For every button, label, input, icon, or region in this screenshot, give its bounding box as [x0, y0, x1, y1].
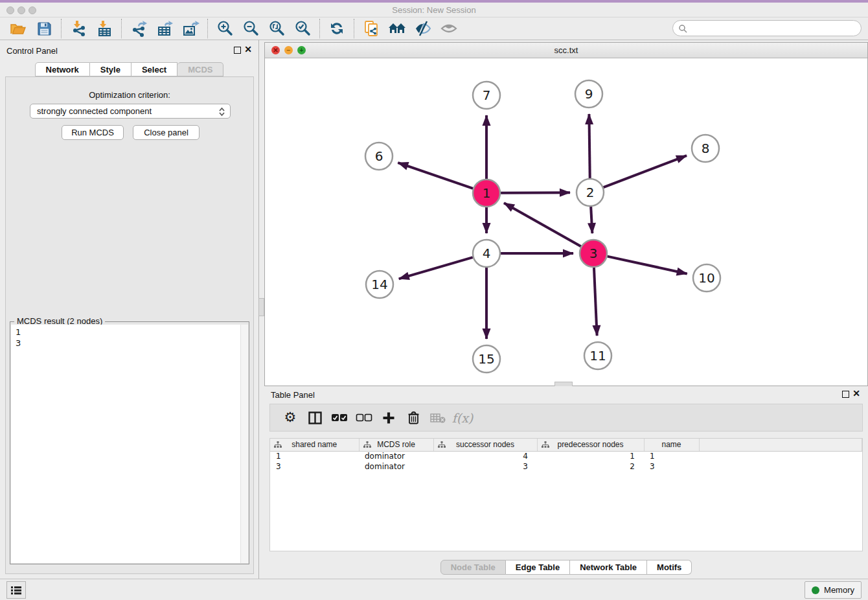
- graph-node-7[interactable]: 7: [473, 82, 500, 109]
- close-panel-icon[interactable]: ✕: [244, 44, 252, 54]
- export-table-button[interactable]: [152, 19, 177, 38]
- column-type-icon: [363, 441, 371, 448]
- export-network-button[interactable]: [126, 19, 152, 38]
- graph-node-4[interactable]: 4: [473, 240, 500, 267]
- column-header-MCDS-role[interactable]: MCDS role: [359, 439, 433, 451]
- graph-node-2[interactable]: 2: [577, 179, 604, 206]
- plus-icon: [382, 411, 395, 424]
- cell-name[interactable]: 3: [644, 461, 699, 472]
- deselect-all-rows-button[interactable]: [352, 406, 376, 430]
- function-builder-button[interactable]: f(x): [450, 406, 475, 430]
- cell-MCDS-role[interactable]: dominator: [359, 451, 433, 461]
- network-canvas[interactable]: 7968124314101511: [265, 58, 867, 386]
- column-header-shared-name[interactable]: shared name: [270, 439, 359, 451]
- select-all-rows-button[interactable]: [327, 406, 352, 430]
- fx-icon: f(x): [452, 411, 474, 425]
- network-window-titlebar[interactable]: ✕ − + scc.txt: [265, 43, 867, 58]
- cell-predecessor-nodes[interactable]: 2: [537, 461, 644, 472]
- zoom-selected-button[interactable]: [290, 19, 315, 38]
- first-neighbors-button[interactable]: [384, 19, 410, 38]
- graph-node-3[interactable]: 3: [580, 240, 607, 267]
- table-settings-button[interactable]: ⚙: [278, 406, 303, 430]
- graph-node-9[interactable]: 9: [575, 80, 602, 108]
- graph-node-11[interactable]: 11: [584, 342, 611, 369]
- edge-2-8[interactable]: [604, 156, 687, 187]
- table-row[interactable]: 1dominator411: [270, 451, 862, 461]
- graph-node-8[interactable]: 8: [692, 135, 719, 162]
- column-header-successor-nodes[interactable]: successor nodes: [433, 439, 537, 451]
- edge-3-10[interactable]: [607, 257, 687, 274]
- main-toolbar: [0, 17, 868, 40]
- graphics-details-eye-icon: [414, 20, 432, 37]
- close-panel-button[interactable]: Close panel: [133, 125, 200, 140]
- cell-predecessor-nodes[interactable]: 1: [537, 451, 644, 461]
- show-column-panel-button[interactable]: [303, 406, 327, 430]
- cell-successor-nodes[interactable]: 4: [433, 451, 537, 461]
- close-table-panel-icon[interactable]: ✕: [852, 388, 860, 398]
- tab-edge-table[interactable]: Edge Table: [506, 560, 570, 575]
- zoom-in-button[interactable]: [212, 19, 238, 38]
- zoom-fit-button[interactable]: [264, 19, 290, 38]
- cell-successor-nodes[interactable]: 3: [433, 461, 537, 472]
- graph-node-6[interactable]: 6: [365, 143, 393, 170]
- edge-1-6[interactable]: [398, 163, 473, 189]
- edge-4-14[interactable]: [399, 257, 473, 279]
- node-label: 4: [483, 246, 491, 261]
- table-row[interactable]: 3dominator323: [270, 461, 862, 472]
- tab-node-table[interactable]: Node Table: [440, 560, 506, 575]
- open-session-button[interactable]: [5, 19, 31, 38]
- zoom-selected-icon: [294, 20, 312, 38]
- delete-column-button[interactable]: [401, 406, 426, 430]
- graph-node-1[interactable]: 1: [473, 179, 500, 207]
- add-column-button[interactable]: [376, 406, 401, 430]
- edge-2-9[interactable]: [589, 114, 589, 178]
- graph-node-14[interactable]: 14: [366, 271, 393, 298]
- tab-motifs[interactable]: Motifs: [647, 560, 692, 575]
- show-graphics-details-button[interactable]: [410, 19, 436, 38]
- export-table-icon: [156, 20, 174, 38]
- tab-mcds[interactable]: MCDS: [177, 62, 223, 76]
- task-history-button[interactable]: [6, 581, 26, 599]
- search-input[interactable]: [687, 22, 861, 35]
- edge-2-3[interactable]: [591, 207, 592, 233]
- run-mcds-button[interactable]: Run MCDS: [62, 125, 124, 140]
- edge-3-1[interactable]: [504, 203, 581, 246]
- float-panel-icon[interactable]: [234, 47, 241, 54]
- tab-network[interactable]: Network: [35, 62, 90, 76]
- column-header-predecessor-nodes[interactable]: predecessor nodes: [537, 439, 644, 451]
- criterion-dropdown[interactable]: strongly connected component: [30, 104, 231, 119]
- import-network-button[interactable]: [65, 19, 91, 38]
- zoom-out-button[interactable]: [238, 19, 264, 38]
- graph-node-10[interactable]: 10: [693, 264, 720, 292]
- import-table-button[interactable]: [91, 19, 117, 38]
- graph-node-15[interactable]: 15: [473, 345, 500, 373]
- edge-3-11[interactable]: [594, 268, 597, 336]
- node-label: 10: [698, 270, 714, 286]
- mcds-tab-content: Optimization criterion: strongly connect…: [5, 76, 254, 574]
- column-header-label: MCDS role: [377, 440, 415, 449]
- refresh-icon: [328, 20, 345, 37]
- mcds-result-textarea[interactable]: 13: [11, 325, 248, 563]
- cell-shared-name[interactable]: 3: [270, 461, 359, 472]
- cell-name[interactable]: 1: [644, 451, 699, 461]
- birds-eye-view-button[interactable]: [436, 19, 462, 38]
- save-session-button[interactable]: [31, 19, 57, 38]
- cell-MCDS-role[interactable]: dominator: [359, 461, 433, 472]
- tab-network-table[interactable]: Network Table: [570, 560, 647, 575]
- column-header-name[interactable]: name: [644, 439, 699, 451]
- duplicate-network-button[interactable]: [358, 19, 384, 38]
- import-network-icon: [70, 20, 87, 38]
- float-table-panel-icon[interactable]: [842, 391, 849, 398]
- mcds-result-box: MCDS result (2 nodes) 13: [10, 321, 249, 564]
- edge-1-2[interactable]: [501, 192, 570, 193]
- export-image-button[interactable]: [177, 19, 203, 38]
- vertical-splitter-handle[interactable]: [258, 298, 264, 316]
- result-scrollbar[interactable]: [240, 325, 248, 563]
- zoom-out-icon: [242, 20, 260, 38]
- delete-table-button[interactable]: [426, 406, 450, 430]
- cell-shared-name[interactable]: 1: [270, 451, 359, 461]
- tab-style[interactable]: Style: [90, 62, 131, 76]
- apply-layout-button[interactable]: [324, 19, 350, 38]
- tab-select[interactable]: Select: [131, 62, 177, 76]
- memory-button[interactable]: Memory: [805, 581, 862, 599]
